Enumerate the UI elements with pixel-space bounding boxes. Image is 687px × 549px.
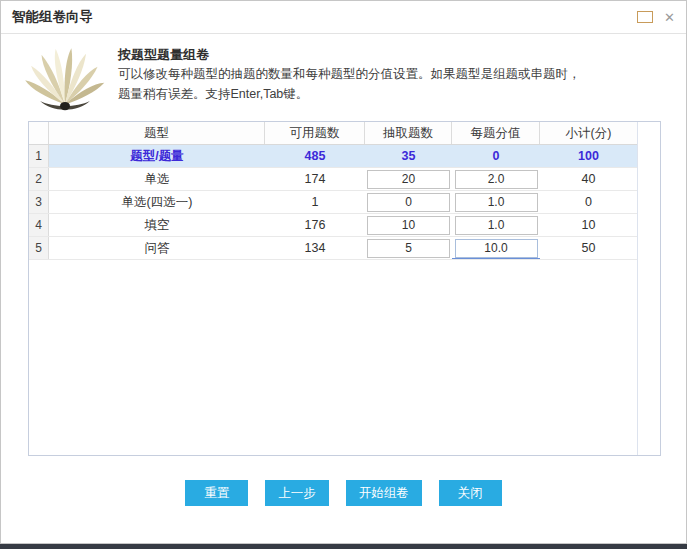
summary-row[interactable]: 1 题型/题量 485 35 0 100 bbox=[29, 145, 637, 168]
intro-section: 按题型题量组卷 可以修改每种题型的抽题的数量和每种题型的分值设置。如果题型是组题… bbox=[23, 43, 581, 111]
row-number: 5 bbox=[29, 237, 49, 259]
score-cell bbox=[452, 191, 540, 213]
score-cell-focused bbox=[452, 237, 540, 259]
available-cell: 134 bbox=[265, 237, 365, 259]
available-cell: 176 bbox=[265, 214, 365, 236]
extract-count-input[interactable] bbox=[367, 239, 450, 258]
row-number: 2 bbox=[29, 168, 49, 190]
score-cell bbox=[452, 168, 540, 190]
table-row[interactable]: 4 填空 176 10 bbox=[29, 214, 637, 237]
available-cell: 174 bbox=[265, 168, 365, 190]
header-subtotal: 小计(分) bbox=[540, 122, 637, 144]
titlebar: 智能组卷向导 ✕ bbox=[1, 1, 686, 34]
header-available: 可用题数 bbox=[265, 122, 365, 144]
header-score: 每题分值 bbox=[452, 122, 540, 144]
question-type-table: 题型 可用题数 抽取题数 每题分值 小计(分) 1 题型/题量 485 35 0… bbox=[28, 121, 661, 456]
type-cell: 问答 bbox=[49, 237, 265, 259]
header-extract: 抽取题数 bbox=[365, 122, 452, 144]
score-cell bbox=[452, 214, 540, 236]
open-book-icon bbox=[23, 43, 107, 111]
type-cell: 填空 bbox=[49, 214, 265, 236]
header-row-number bbox=[29, 122, 49, 144]
type-cell: 单选 bbox=[49, 168, 265, 190]
score-per-question-input[interactable] bbox=[455, 239, 538, 258]
subtotal-cell: 40 bbox=[540, 168, 637, 190]
score-per-question-input[interactable] bbox=[455, 170, 538, 189]
extract-cell bbox=[365, 214, 452, 236]
window-controls: ✕ bbox=[637, 11, 675, 24]
summary-type: 题型/题量 bbox=[49, 145, 265, 167]
close-button[interactable]: 关闭 bbox=[439, 480, 502, 506]
extract-cell bbox=[365, 168, 452, 190]
summary-score: 0 bbox=[452, 145, 540, 167]
intro-heading: 按题型题量组卷 bbox=[118, 45, 581, 64]
summary-subtotal: 100 bbox=[540, 145, 637, 167]
row-number: 1 bbox=[29, 145, 49, 167]
extract-cell bbox=[365, 237, 452, 259]
intro-text: 按题型题量组卷 可以修改每种题型的抽题的数量和每种题型的分值设置。如果题型是组题… bbox=[118, 43, 581, 104]
subtotal-cell: 50 bbox=[540, 237, 637, 259]
header-type: 题型 bbox=[49, 122, 265, 144]
start-assembly-button[interactable]: 开始组卷 bbox=[346, 480, 422, 506]
score-per-question-input[interactable] bbox=[455, 193, 538, 212]
button-row: 重置 上一步 开始组卷 关闭 bbox=[1, 480, 686, 506]
table-row[interactable]: 2 单选 174 40 bbox=[29, 168, 637, 191]
extract-count-input[interactable] bbox=[367, 216, 450, 235]
extract-cell bbox=[365, 191, 452, 213]
summary-extract: 35 bbox=[365, 145, 452, 167]
restore-window-icon[interactable] bbox=[637, 11, 653, 23]
row-number: 4 bbox=[29, 214, 49, 236]
reset-button[interactable]: 重置 bbox=[185, 480, 248, 506]
available-cell: 1 bbox=[265, 191, 365, 213]
table-header-row: 题型 可用题数 抽取题数 每题分值 小计(分) bbox=[29, 122, 637, 145]
subtotal-cell: 10 bbox=[540, 214, 637, 236]
focus-underline bbox=[452, 258, 540, 259]
dialog-title: 智能组卷向导 bbox=[12, 8, 93, 26]
type-cell: 单选(四选一) bbox=[49, 191, 265, 213]
extract-count-input[interactable] bbox=[367, 193, 450, 212]
intro-line-1: 可以修改每种题型的抽题的数量和每种题型的分值设置。如果题型是组题或串题时， bbox=[118, 64, 581, 84]
score-per-question-input[interactable] bbox=[455, 216, 538, 235]
extract-count-input[interactable] bbox=[367, 170, 450, 189]
wizard-dialog: 智能组卷向导 ✕ 按题型题量组卷 可以修改每种题型的抽题的数量和每种题型的分值 bbox=[0, 0, 687, 544]
row-number: 3 bbox=[29, 191, 49, 213]
close-icon[interactable]: ✕ bbox=[664, 11, 675, 24]
summary-available: 485 bbox=[265, 145, 365, 167]
table-row[interactable]: 3 单选(四选一) 1 0 bbox=[29, 191, 637, 214]
subtotal-cell: 0 bbox=[540, 191, 637, 213]
previous-step-button[interactable]: 上一步 bbox=[265, 480, 329, 506]
underlying-window-edge bbox=[0, 544, 687, 549]
table-row[interactable]: 5 问答 134 50 bbox=[29, 237, 637, 260]
intro-line-2: 题量稍有误差。支持Enter,Tab键。 bbox=[118, 84, 581, 104]
